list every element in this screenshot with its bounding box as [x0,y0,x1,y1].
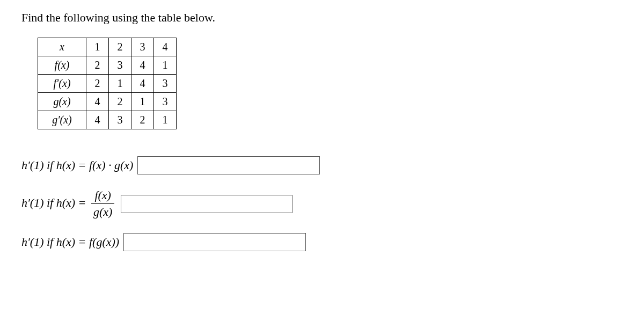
page-title: Find the following using the table below… [21,11,623,25]
cell: 1 [131,93,154,111]
cell: 2 [109,93,131,111]
row-label-gprime: g′(x) [38,111,86,129]
question-1: h′(1) if h(x) = f(x) · g(x) [21,156,623,174]
row-label-fx: f(x) [38,56,86,75]
cell: 2 [86,56,109,75]
table-row: f′(x) 2 1 4 3 [38,75,177,93]
cell: 1 [86,38,109,56]
question-3: h′(1) if h(x) = f(g(x)) [21,233,623,251]
table-row: x 1 2 3 4 [38,38,177,56]
question-2: h′(1) if h(x) = f(x) g(x) [21,188,623,219]
table-row: g(x) 4 2 1 3 [38,93,177,111]
question-1-text: h′(1) if h(x) = f(x) · g(x) [21,158,133,172]
cell: 3 [154,93,177,111]
question-3-text: h′(1) if h(x) = f(g(x)) [21,235,119,249]
cell: 4 [131,56,154,75]
cell: 1 [154,111,177,129]
cell: 2 [109,38,131,56]
cell: 3 [109,56,131,75]
fraction-denominator: g(x) [91,204,114,219]
question-2-text: h′(1) if h(x) = f(x) g(x) [21,188,116,219]
cell: 4 [86,111,109,129]
cell: 3 [131,38,154,56]
cell: 2 [86,75,109,93]
cell: 3 [154,75,177,93]
row-label-gx: g(x) [38,93,86,111]
cell: 3 [109,111,131,129]
table-row: f(x) 2 3 4 1 [38,56,177,75]
cell: 1 [109,75,131,93]
cell: 1 [154,56,177,75]
cell: 4 [131,75,154,93]
cell: 4 [154,38,177,56]
cell: 2 [131,111,154,129]
cell: 4 [86,93,109,111]
fraction-numerator: f(x) [91,188,114,204]
answer-input-1[interactable] [137,156,320,174]
function-table: x 1 2 3 4 f(x) 2 3 4 1 f′(x) 2 1 4 3 g(x… [38,38,177,129]
table-row: g′(x) 4 3 2 1 [38,111,177,129]
answer-input-3[interactable] [123,233,306,251]
row-label-x: x [38,38,86,56]
row-label-fprime: f′(x) [38,75,86,93]
answer-input-2[interactable] [121,195,292,213]
